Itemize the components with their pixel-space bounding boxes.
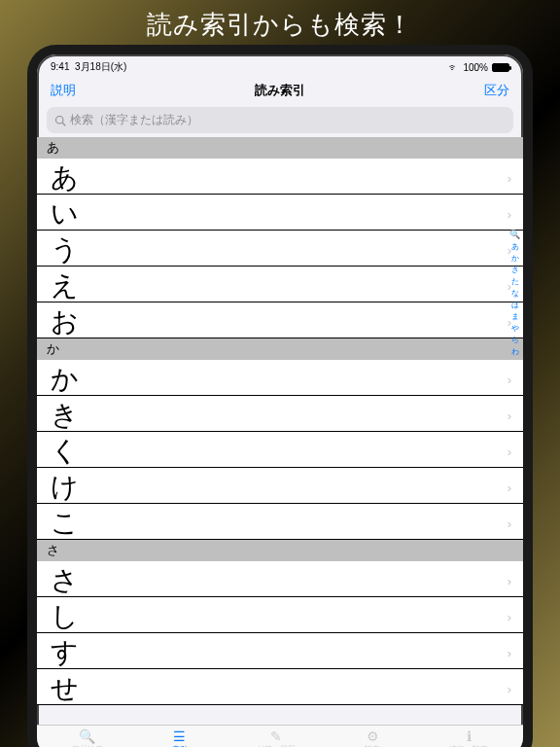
chevron-right-icon: › [508,409,511,423]
tab-item[interactable]: 🔍簡易検索 [72,729,103,747]
section-header: あ [37,137,523,159]
tab-icon: 🔍 [79,729,95,743]
list-item[interactable]: し› [37,597,523,633]
index-bar-item[interactable]: か [511,253,519,264]
battery-icon [492,63,509,72]
search-icon: 🔍 [509,230,520,239]
svg-line-1 [62,123,65,125]
chevron-right-icon: › [508,610,511,624]
section-header: さ [37,540,523,561]
index-bar-item[interactable]: や [511,323,519,334]
search-placeholder: 検索（漢字または読み） [70,112,198,128]
list-item-label: あ [51,164,79,192]
chevron-right-icon: › [508,171,511,186]
tab-item[interactable]: ☰索引 [172,729,188,747]
list-item-label: く [51,438,79,465]
list-item-label: け [51,474,79,501]
list-item-label: き [51,402,79,429]
list-content[interactable]: ああ›い›う›え›お›かか›き›く›け›こ›ささ›し›す›せ› [37,137,523,747]
list-item[interactable]: こ› [37,504,523,540]
list-item[interactable]: え› [37,267,523,302]
promo-banner: 読み索引からも検索！ [0,0,560,48]
list-item-label: い [51,200,79,228]
nav-left-button[interactable]: 説明 [51,82,76,99]
list-item[interactable]: あ› [37,159,523,195]
list-item-label: す [51,639,79,666]
chevron-right-icon: › [508,516,511,531]
search-icon [54,115,66,126]
chevron-right-icon: › [508,574,511,588]
list-item[interactable]: さ› [37,561,523,597]
chevron-right-icon: › [508,646,511,660]
chevron-right-icon: › [508,682,511,696]
list-item-label: し [51,603,79,630]
chevron-right-icon: › [508,480,511,495]
tab-item[interactable]: ⚙設定 [365,729,380,747]
index-bar-item[interactable]: ま [511,311,519,322]
section-header: か [37,338,523,360]
list-item[interactable]: け› [37,468,523,504]
page-title: 読み索引 [255,82,305,99]
list-item-label: か [51,366,79,393]
list-item[interactable]: き› [37,396,523,432]
tablet-frame: 9:41 3月18日(水) ᯤ 100% 説明 読み索引 区分 検索（漢字または… [27,45,533,747]
navigation-bar: 説明 読み索引 区分 [37,76,523,105]
chevron-right-icon: › [508,373,511,387]
chevron-right-icon: › [508,207,511,222]
status-date: 3月18日(水) [75,61,126,72]
list-item[interactable]: く› [37,432,523,468]
list-item-label: え [51,272,79,300]
tab-bar: 🔍簡易検索☰索引✎付箋・履歴⚙設定ℹ情報・設定 [37,725,523,747]
tab-icon: ☰ [173,729,186,743]
index-bar-item[interactable]: さ [511,265,519,275]
list-item-label: お [51,308,79,336]
list-item[interactable]: お› [37,302,523,338]
chevron-right-icon: › [508,445,511,459]
tab-item[interactable]: ℹ情報・設定 [449,729,488,747]
status-bar: 9:41 3月18日(水) ᯤ 100% [37,54,523,76]
index-bar-item[interactable]: あ [511,241,519,252]
section-index-bar[interactable]: 🔍 あかさたなはまやらわ [509,230,520,357]
nav-right-button[interactable]: 区分 [484,82,509,99]
list-item[interactable]: せ› [37,669,523,705]
list-item-label: さ [51,567,79,594]
status-time: 9:41 [51,61,69,72]
list-item[interactable]: か› [37,360,523,396]
list-item-label: う [51,236,79,264]
wifi-icon: ᯤ [448,61,459,73]
tab-icon: ℹ [467,729,472,743]
battery-percent: 100% [463,62,488,73]
index-bar-item[interactable]: わ [511,346,519,357]
index-bar-item[interactable]: ら [511,335,519,345]
tab-icon: ⚙ [367,729,379,743]
list-item[interactable]: う› [37,231,523,267]
svg-point-0 [56,116,64,124]
index-bar-item[interactable]: な [511,288,519,299]
search-bar[interactable]: 検索（漢字または読み） [47,107,513,133]
list-item-label: せ [51,675,79,702]
tab-icon: ✎ [270,729,282,743]
list-item[interactable]: す› [37,633,523,669]
list-item[interactable]: い› [37,195,523,231]
list-item-label: こ [51,510,79,537]
tab-item[interactable]: ✎付箋・履歴 [257,729,296,747]
index-bar-item[interactable]: た [511,276,519,287]
index-bar-item[interactable]: は [511,300,519,310]
